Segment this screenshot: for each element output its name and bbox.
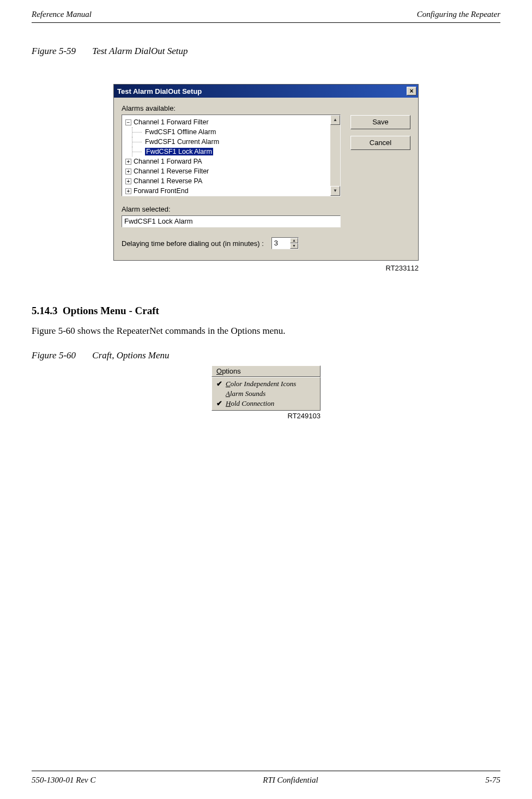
expand-icon[interactable]: + [125, 188, 131, 194]
tree-item[interactable]: FwdCSF1 Current Alarm [145, 138, 219, 146]
header-left: Reference Manual [32, 10, 92, 19]
figure-60-title: Craft, Options Menu [92, 350, 169, 361]
cancel-button[interactable]: Cancel [350, 136, 410, 150]
delay-label: Delaying time before dialing out (in min… [122, 239, 264, 248]
menu-header-text: ptions [222, 367, 241, 375]
options-menu: ✔ Color Independent Icons Alarm Sounds ✔… [211, 377, 321, 411]
figure-60-number: Figure 5-60 [32, 350, 76, 361]
figure-59-caption: Figure 5-59 Test Alarm DialOut Setup [32, 46, 500, 57]
expand-icon[interactable]: + [125, 178, 131, 184]
save-button[interactable]: Save [350, 115, 410, 129]
section-body: Figure 5-60 shows the RepeaterNet comman… [32, 325, 500, 338]
alarm-selected-field[interactable]: FwdCSF1 Lock Alarm [122, 215, 341, 227]
figure-59-number: Figure 5-59 [32, 46, 76, 56]
tree-node[interactable]: Forward FrontEnd [134, 187, 189, 195]
spinner-up-icon[interactable]: ▲ [290, 238, 298, 243]
dialog-window: Test Alarm DialOut Setup × Alarms availa… [113, 84, 419, 261]
checkmark-icon: ✔ [215, 380, 223, 388]
figure-59-code: RT233112 [113, 264, 419, 272]
scroll-down-icon[interactable]: ▼ [330, 186, 340, 196]
figure-59-title: Test Alarm DialOut Setup [92, 46, 188, 56]
delay-spinner[interactable]: 3 ▲ ▼ [271, 237, 299, 249]
page-header: Reference Manual Configuring the Repeate… [32, 10, 500, 23]
section-number: 5.14.3 [32, 305, 58, 316]
footer-center: RTI Confidential [263, 776, 318, 785]
footer-left: 550-1300-01 Rev C [32, 776, 95, 785]
alarm-selected-label: Alarm selected: [122, 205, 341, 213]
figure-59-image: Test Alarm DialOut Setup × Alarms availa… [113, 84, 419, 272]
figure-60-code: RT249103 [211, 412, 321, 420]
options-menu-header[interactable]: Options [211, 365, 321, 377]
menu-item-color-icons[interactable]: ✔ Color Independent Icons [214, 379, 318, 389]
footer-right: 5-75 [485, 776, 500, 785]
spinner-down-icon[interactable]: ▼ [290, 243, 298, 249]
tree-item-selected[interactable]: FwdCSF1 Lock Alarm [145, 148, 213, 155]
close-icon[interactable]: × [407, 87, 416, 95]
page-footer: 550-1300-01 Rev C RTI Confidential 5-75 [32, 771, 500, 785]
menu-item-alarm-sounds[interactable]: Alarm Sounds [214, 389, 318, 399]
delay-value[interactable]: 3 [271, 237, 290, 249]
alarms-tree[interactable]: −Channel 1 Forward Filter FwdCSF1 Offlin… [122, 115, 341, 196]
header-right: Configuring the Repeater [417, 10, 500, 19]
tree-node[interactable]: Channel 1 Reverse Filter [134, 167, 209, 175]
expand-icon[interactable]: + [125, 159, 131, 165]
expand-icon[interactable]: + [125, 169, 131, 175]
figure-60-image: Options ✔ Color Independent Icons Alarm … [211, 365, 321, 420]
menu-item-hold-connection[interactable]: ✔ Hold Connection [214, 399, 318, 408]
section-title: Options Menu - Craft [63, 305, 159, 316]
tree-node[interactable]: Channel 1 Forward Filter [134, 118, 209, 126]
tree-node[interactable]: Channel 1 Forward PA [134, 158, 202, 165]
tree-node[interactable]: Channel 1 Reverse PA [134, 177, 202, 185]
scrollbar[interactable]: ▲ ▼ [330, 115, 340, 196]
figure-60-caption: Figure 5-60 Craft, Options Menu [32, 350, 500, 361]
alarms-available-label: Alarms available: [122, 104, 341, 112]
scroll-up-icon[interactable]: ▲ [330, 115, 340, 125]
section-heading: 5.14.3 Options Menu - Craft [32, 305, 500, 317]
collapse-icon[interactable]: − [125, 119, 131, 125]
dialog-title: Test Alarm DialOut Setup [117, 87, 202, 95]
menu-mnemonic: O [216, 367, 222, 375]
checkmark-icon: ✔ [215, 399, 223, 407]
tree-item[interactable]: FwdCSF1 Offline Alarm [145, 128, 216, 136]
dialog-titlebar: Test Alarm DialOut Setup × [114, 85, 418, 98]
